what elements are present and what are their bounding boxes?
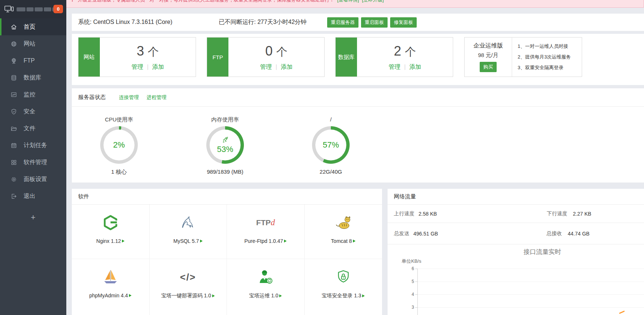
monitor-icon [10,91,17,98]
promo-title: 企业运维版 [473,42,503,50]
sidebar-item-label: 安全 [24,108,35,116]
total-recv-label: 总接收 [546,230,562,237]
ftp-tag: FTP [207,38,228,77]
promo-feature: 3、双重安全隔离登录 [518,64,582,71]
system-buttons: 重启服务器重启面板修复面板 [327,17,417,28]
notice-detail-link[interactable]: [查看详情] [337,0,359,3]
database-count: 2个 [394,43,416,60]
sidebar-add-button[interactable]: + [0,209,66,226]
ftp-count: 0个 [265,43,287,60]
ops-icon [257,268,274,286]
gauge-ring: 2% [100,126,138,164]
link-separator: | [404,64,406,70]
database-stat-card: 数据库2个管理|添加 [335,37,453,77]
y-tick-label: 6 [403,266,414,271]
notice-banner: ！升级企业运维版，专属运维人员一对一对接，每月提供3次人工运维服务，双重安全隔离… [64,0,644,8]
y-tick-label: 3 [403,305,414,310]
database-manage-link[interactable]: 管理 [389,64,400,70]
app-store-icon [10,159,17,166]
server-status-panel: 服务器状态 连接管理 进程管理 CPU使用率2%1 核心内存使用率53%989/… [72,88,644,183]
sidebar-item-files[interactable]: 文件 [0,120,66,137]
gauge-ring: 53% [206,126,244,164]
software-title: 软件 [78,193,89,200]
sidebar-item-security[interactable]: 安全 [0,103,66,120]
database-add-link[interactable]: 添加 [409,64,421,70]
software-item[interactable]: FTPdPure-Ftpd 1.0.47 [227,205,305,259]
sidebar-item-label: 监控 [24,91,35,99]
overview-cards-panel: 网站3个管理|添加FTP0个管理|添加数据库2个管理|添加 企业运维版 98 元… [72,34,644,85]
software-item[interactable]: Tomcat 8 [305,205,382,259]
software-item-label: 宝塔运维 1.0 [249,293,282,299]
notice-message: 升级企业运维版，专属运维人员一对一对接，每月提供3次人工运维服务，双重安全隔离登… [78,0,334,3]
sidebar-item-soft[interactable]: 软件管理 [0,154,66,171]
chart-unit-label: 单位KB/s [402,258,421,265]
sidebar-item-label: 计划任务 [24,142,47,149]
sidebar-item-database[interactable]: 数据库 [0,69,66,86]
total-recv-value: 44.74 GB [568,231,589,237]
sidebar-item-cron[interactable]: 计划任务 [0,137,66,154]
chart-series-start [619,311,625,314]
database-body: 2个管理|添加 [357,38,453,77]
restart-server-button[interactable]: 重启服务器 [327,17,358,28]
sidebar-item-ftp[interactable]: FTP [0,52,66,69]
y-tick-label: 5 [403,279,414,284]
server-monitor-icon [4,6,14,13]
logout-icon [10,192,17,200]
nginx-icon [102,214,119,231]
settings-icon [10,176,17,183]
chart-y-axis [417,269,418,315]
message-count-badge[interactable]: 0 [53,5,63,13]
phpmyadmin-icon [102,268,119,286]
deploy-code-icon: </> [180,268,196,286]
connection-manage-link[interactable]: 连接管理 [119,88,139,107]
process-manage-link[interactable]: 进程管理 [147,88,167,107]
software-item-label: Nginx 1.12 [96,238,125,244]
sidebar-item-monitor[interactable]: 监控 [0,86,66,103]
gauge-cpu: CPU使用率2%1 核心 [78,107,160,176]
ftp-manage-link[interactable]: 管理 [260,64,272,70]
promo-price: 98 元/月 [478,52,498,59]
sidebar-item-logout[interactable]: 退出 [0,188,66,205]
promo-left: 企业运维版 98 元/月 购买 [465,38,512,77]
site-icon [10,40,17,47]
system-info-bar: 系统: CentOS Linux 7.3.1611 (Core) 已不间断运行:… [72,14,644,31]
sidebar-item-settings[interactable]: 面板设置 [0,171,66,188]
promo-feature: 2、提供每月3次运维服务 [518,54,582,60]
sidebar: 0 首页网站FTP数据库监控安全文件计划任务软件管理面板设置退出 + [0,0,66,315]
total-sent-value: 496.51 GB [413,231,438,237]
software-item[interactable]: phpMyAdmin 4.4 [72,259,150,315]
sites-add-link[interactable]: 添加 [152,64,164,70]
repair-panel-button[interactable]: 修复面板 [390,17,417,28]
software-item[interactable]: 宝塔运维 1.0 [227,259,305,315]
network-speed-row: 上行速度 2.58 KB 下行速度 2.27 KB [388,205,644,223]
network-total-row: 总发送 496.51 GB 总接收 44.74 GB [388,223,644,244]
software-item-label: phpMyAdmin 4.4 [89,293,132,298]
restart-panel-button[interactable]: 重启面板 [361,17,388,28]
gauge-title: / [290,116,371,124]
sites-body: 3个管理|添加 [100,38,196,77]
sidebar-item-label: FTP [24,57,35,64]
sidebar-item-sites[interactable]: 网站 [0,35,66,52]
ftp-add-link[interactable]: 添加 [281,64,293,70]
server-status-title: 服务器状态 [78,94,106,101]
database-icon [10,74,17,81]
play-icon [122,240,125,243]
buy-button[interactable]: 购买 [480,62,497,72]
sites-manage-link[interactable]: 管理 [132,64,143,70]
sidebar-item-label: 网站 [24,40,35,48]
database-tag: 数据库 [336,38,357,77]
play-icon [200,240,203,243]
link-separator: | [276,64,277,70]
sidebar-item-home[interactable]: 首页 [0,18,66,35]
network-title: 网络流量 [394,193,416,200]
security-icon [10,108,17,115]
down-speed-label: 下行速度 [547,210,567,217]
software-item[interactable]: 宝塔安全登录 1.3 [305,259,382,315]
software-item[interactable]: MySQL 5.7 [150,205,227,259]
software-item[interactable]: </>宝塔一键部署源码 1.0 [150,259,227,315]
home-icon [10,23,17,31]
notice-upgrade-link[interactable]: [立即升级] [362,0,384,3]
promo-features: 1、一对一运维人员对接2、提供每月3次运维服务3、双重安全隔离登录 [512,38,582,77]
files-icon [10,125,17,132]
software-item[interactable]: Nginx 1.12 [72,205,150,259]
